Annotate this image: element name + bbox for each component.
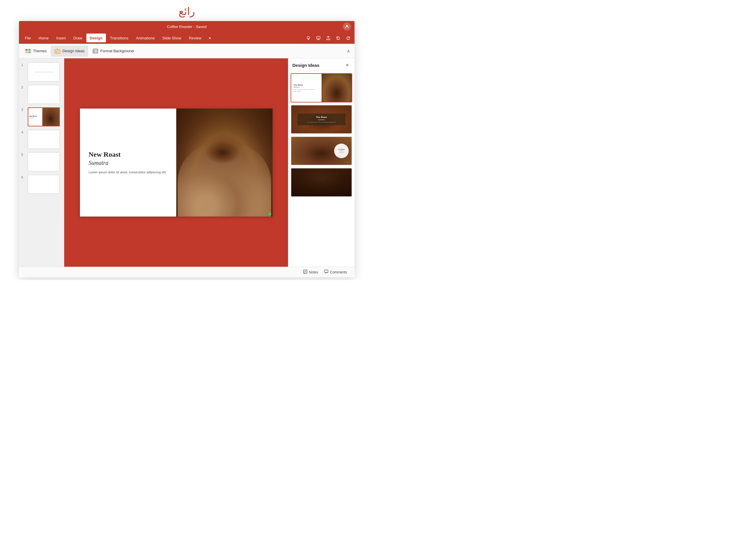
menu-home[interactable]: Home xyxy=(35,33,52,42)
comments-button[interactable]: Comments xyxy=(321,268,350,276)
slide-mini-5 xyxy=(28,152,60,171)
slide-mini-3: New Roast Sumatra xyxy=(28,107,60,126)
card-subtitle-1: Sumatra xyxy=(293,86,319,88)
undo-icon[interactable] xyxy=(334,34,342,42)
svg-rect-9 xyxy=(58,51,59,53)
svg-rect-6 xyxy=(28,51,31,53)
comments-label: Comments xyxy=(330,270,347,274)
card-title-1: New Roast xyxy=(293,84,319,86)
design-ideas-button[interactable]: Design Ideas xyxy=(51,46,88,57)
present-icon[interactable] xyxy=(314,34,323,42)
design-panel-close-button[interactable]: ✕ xyxy=(344,62,351,68)
ribbon-collapse-button[interactable]: ∧ xyxy=(344,47,352,55)
menu-draw[interactable]: Draw xyxy=(70,33,85,42)
slide-thumb-4[interactable]: 4 xyxy=(19,128,64,151)
card-overlay-2: New Roast Sumatra Lorem ipsum dolor sit … xyxy=(297,113,346,125)
card-overlay-subtitle-2: Sumatra xyxy=(302,119,341,121)
slide-panel: 1 2 3 New R xyxy=(19,58,64,267)
menu-more[interactable]: ▾ xyxy=(205,33,214,42)
coffee-beans-image xyxy=(176,108,273,217)
slide-thumb-2[interactable]: 2 xyxy=(19,83,64,106)
design-idea-card-2[interactable]: New Roast Sumatra Lorem ipsum dolor sit … xyxy=(291,105,352,134)
svg-rect-3 xyxy=(25,49,28,51)
menu-bar: File Home Insert Draw Design Transitions… xyxy=(19,32,355,44)
slide-num-6: 6 xyxy=(21,175,26,179)
design-ideas-icon xyxy=(54,48,61,54)
svg-rect-5 xyxy=(28,49,31,51)
slide-num-1: 1 xyxy=(21,62,26,67)
menu-slideshow[interactable]: Slide Show xyxy=(159,33,185,42)
card-body-1: Lorem ipsum dolor sit amet, consectetur … xyxy=(293,89,319,92)
menu-review[interactable]: Review xyxy=(185,33,205,42)
svg-rect-15 xyxy=(325,270,328,273)
user-avatar[interactable] xyxy=(343,23,351,31)
svg-point-1 xyxy=(307,36,310,39)
slide-thumb-5[interactable]: 5 xyxy=(19,151,64,173)
design-ideas-list: New Roast Sumatra Lorem ipsum dolor sit … xyxy=(288,71,355,267)
svg-point-10 xyxy=(57,48,58,49)
card-text-1: New Roast Sumatra Lorem ipsum dolor sit … xyxy=(291,74,321,102)
format-background-button[interactable]: Format Background xyxy=(89,46,137,57)
slide-body: Lorem ipsum dolor sit amet, consectetur … xyxy=(89,170,168,175)
menu-file[interactable]: File xyxy=(21,33,34,42)
menu-design[interactable]: Design xyxy=(86,33,106,42)
notes-label: Notes xyxy=(309,270,318,274)
redo-icon[interactable] xyxy=(344,34,352,42)
svg-rect-13 xyxy=(96,51,98,53)
themes-button[interactable]: Themes xyxy=(21,46,50,57)
design-ideas-label: Design Ideas xyxy=(62,49,85,53)
app-window: Coffee Roaster - Saved File Home Insert … xyxy=(19,21,355,277)
design-panel: Design Ideas ✕ New Roast Sumatra Lorem i… xyxy=(288,58,355,267)
card-circle-body-3: Lorem ipsum xyxy=(339,152,344,153)
themes-icon xyxy=(25,48,31,54)
toolbar-icons xyxy=(304,34,352,42)
card-coffee-beans-1 xyxy=(321,74,352,102)
slide-resize-handle[interactable] xyxy=(268,212,272,215)
notes-button[interactable]: Notes xyxy=(300,268,321,276)
slide-mini-4 xyxy=(28,130,60,149)
svg-rect-2 xyxy=(317,36,320,39)
title-bar: Coffee Roaster - Saved xyxy=(19,21,355,32)
slide-image-area xyxy=(176,108,273,217)
slide-thumb-6[interactable]: 6 xyxy=(19,173,64,196)
ribbon-bar: Themes Design Ideas xyxy=(19,44,355,58)
notes-icon xyxy=(303,269,308,275)
slide-mini-2 xyxy=(28,85,60,104)
comments-icon xyxy=(324,269,329,275)
format-background-label: Format Background xyxy=(100,49,134,53)
svg-rect-8 xyxy=(55,51,57,53)
slide-num-4: 4 xyxy=(21,130,26,134)
slide-num-5: 5 xyxy=(21,152,26,156)
slide-mini-1 xyxy=(28,62,60,81)
slide-text-area: New Roast Sumatra Lorem ipsum dolor sit … xyxy=(80,108,176,217)
share-icon[interactable] xyxy=(324,34,332,42)
menu-insert[interactable]: Insert xyxy=(53,33,70,42)
slide-canvas: New Roast Sumatra Lorem ipsum dolor sit … xyxy=(80,108,273,217)
themes-label: Themes xyxy=(33,49,47,53)
design-idea-card-3[interactable]: New Roast Sumatra Lorem ipsum xyxy=(291,136,352,166)
card-overlay-body-2: Lorem ipsum dolor sit amet, consectetur … xyxy=(302,121,341,123)
card-overlay-title-2: New Roast xyxy=(302,116,341,119)
card-image-1 xyxy=(321,74,352,102)
menu-animations[interactable]: Animations xyxy=(132,33,158,42)
lightbulb-icon[interactable] xyxy=(304,34,312,42)
card-circle-3: New Roast Sumatra Lorem ipsum xyxy=(334,144,349,158)
document-title: Coffee Roaster - Saved xyxy=(167,25,207,29)
card-circle-subtitle-3: Sumatra xyxy=(339,150,343,151)
format-background-icon xyxy=(92,48,99,54)
canvas-area: New Roast Sumatra Lorem ipsum dolor sit … xyxy=(64,58,288,267)
design-idea-card-4[interactable] xyxy=(291,168,352,197)
slide-thumb-3[interactable]: 3 New Roast Sumatra xyxy=(19,106,64,128)
slide-num-3: 3 xyxy=(21,107,26,111)
slide-title: New Roast xyxy=(89,151,168,158)
svg-rect-4 xyxy=(25,51,28,53)
slide-mini-6 xyxy=(28,175,60,194)
main-content: 1 2 3 New R xyxy=(19,58,355,267)
design-panel-header: Design Ideas ✕ xyxy=(288,58,355,71)
slide-num-2: 2 xyxy=(21,85,26,89)
design-panel-title: Design Ideas xyxy=(292,63,319,68)
arabic-title: رائع xyxy=(0,0,374,20)
design-idea-card-1[interactable]: New Roast Sumatra Lorem ipsum dolor sit … xyxy=(291,73,352,102)
menu-transitions[interactable]: Transitions xyxy=(106,33,132,42)
slide-thumb-1[interactable]: 1 xyxy=(19,61,64,83)
